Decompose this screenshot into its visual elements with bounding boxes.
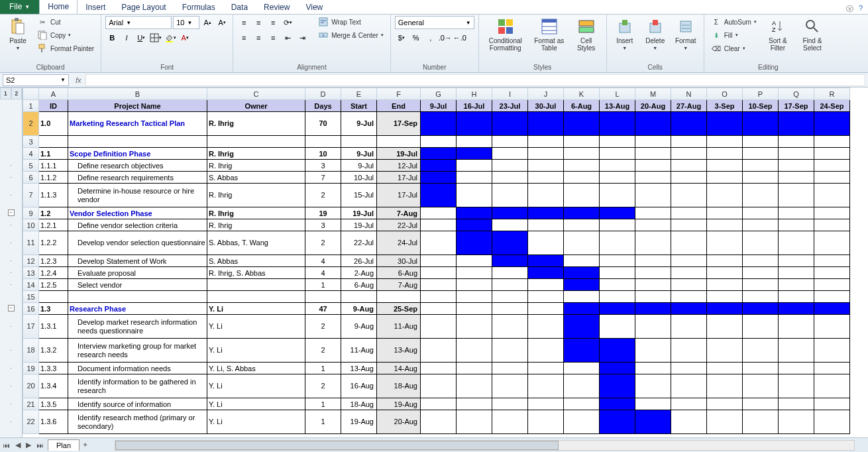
cell-owner[interactable]: R. Ihrig (207, 184, 305, 207)
fill-color-button[interactable]: ▾ (164, 31, 177, 44)
cell-days[interactable]: 3 (305, 219, 341, 231)
gantt-cell[interactable] (707, 172, 743, 184)
table-header-cell[interactable]: Days (305, 100, 341, 112)
new-sheet-button[interactable]: ✦ (82, 441, 88, 449)
cell-start[interactable]: 10-Jul (341, 172, 377, 184)
formula-input[interactable] (85, 74, 865, 86)
grid[interactable]: ABCDEFGHIJKLMNOPQR1IDProject NameOwnerDa… (23, 87, 868, 437)
gantt-cell[interactable] (421, 231, 457, 255)
gantt-cell[interactable] (492, 255, 528, 267)
gantt-cell[interactable] (421, 207, 457, 219)
gantt-cell[interactable] (528, 148, 564, 160)
col-header-C[interactable]: C (207, 88, 305, 100)
gantt-cell[interactable] (564, 219, 600, 231)
row-header-9[interactable]: 9 (23, 207, 39, 219)
gantt-cell[interactable] (600, 315, 635, 339)
horizontal-scrollbar[interactable] (115, 440, 855, 451)
gantt-cell[interactable] (814, 303, 850, 315)
row-header-22[interactable]: 22 (23, 410, 39, 434)
outline-collapse-button[interactable]: − (8, 209, 15, 216)
cell-days[interactable]: 1 (305, 363, 341, 374)
gantt-cell[interactable] (528, 219, 564, 231)
gantt-cell[interactable] (528, 172, 564, 184)
cell-start[interactable]: 19-Jul (341, 219, 377, 231)
cell-end[interactable]: 22-Jul (377, 219, 421, 231)
gantt-cell[interactable] (743, 231, 779, 255)
cell-end[interactable]: 30-Jul (377, 255, 421, 267)
gantt-cell[interactable] (528, 112, 564, 136)
cell-name[interactable]: Develop Statement of Work (68, 255, 207, 267)
gantt-cell[interactable] (671, 303, 707, 315)
merge-center-button[interactable]: aMerge & Center▾ (315, 29, 386, 41)
cell-owner[interactable] (207, 279, 305, 291)
cell-id[interactable]: 1.2.1 (39, 219, 68, 231)
cell[interactable] (707, 136, 743, 148)
clear-button[interactable]: ⌫Clear▾ (708, 42, 759, 54)
table-header-cell[interactable]: ID (39, 100, 68, 112)
cell[interactable] (635, 136, 671, 148)
cell-name[interactable]: Develop vendor selection questionnaire (68, 231, 207, 255)
increase-decimal-button[interactable]: .0→ (439, 31, 452, 44)
gantt-cell[interactable] (600, 148, 635, 160)
gantt-cell[interactable] (671, 148, 707, 160)
gantt-cell[interactable] (671, 267, 707, 279)
row-header-17[interactable]: 17 (23, 315, 39, 339)
row-header-12[interactable]: 12 (23, 255, 39, 267)
gantt-cell[interactable] (635, 279, 671, 291)
cell-id[interactable]: 1.1.3 (39, 184, 68, 207)
cell-name[interactable]: Select vendor (68, 279, 207, 291)
cell-owner[interactable]: R. Ihrig (207, 148, 305, 160)
cell-name[interactable]: Determine in-house resource or hire vend… (68, 184, 207, 207)
col-header-P[interactable]: P (743, 88, 779, 100)
cell-end[interactable]: 17-Sep (377, 112, 421, 136)
col-header-N[interactable]: N (671, 88, 707, 100)
grow-font-button[interactable]: A▴ (201, 16, 214, 29)
gantt-cell[interactable] (492, 339, 528, 363)
gantt-cell[interactable] (492, 184, 528, 207)
gantt-cell[interactable] (743, 255, 779, 267)
cell-days[interactable]: 3 (305, 160, 341, 172)
tab-review[interactable]: Review (256, 1, 298, 14)
gantt-cell[interactable] (564, 339, 600, 363)
cell[interactable] (528, 291, 564, 303)
gantt-cell[interactable] (743, 363, 779, 374)
gantt-cell[interactable] (707, 184, 743, 207)
gantt-cell[interactable] (457, 339, 492, 363)
row-header-16[interactable]: 16 (23, 303, 39, 315)
gantt-cell[interactable] (457, 398, 492, 410)
wrap-text-button[interactable]: Wrap Text (315, 16, 386, 28)
table-header-cell[interactable]: 16-Jul (457, 100, 492, 112)
gantt-cell[interactable] (779, 339, 814, 363)
cell[interactable] (421, 291, 457, 303)
fill-button[interactable]: ⬇Fill▾ (708, 29, 759, 41)
cell-days[interactable]: 2 (305, 184, 341, 207)
cell-days[interactable]: 2 (305, 231, 341, 255)
sheet-tab-plan[interactable]: Plan (48, 439, 80, 451)
cell-owner[interactable]: Y. Li (207, 315, 305, 339)
cell-start[interactable]: 9-Jul (341, 148, 377, 160)
cell-id[interactable]: 1.3.3 (39, 363, 68, 374)
gantt-cell[interactable] (635, 231, 671, 255)
gantt-cell[interactable] (457, 112, 492, 136)
gantt-cell[interactable] (671, 207, 707, 219)
select-all-corner[interactable] (23, 88, 39, 100)
row-header-19[interactable]: 19 (23, 363, 39, 374)
cell-days[interactable]: 10 (305, 148, 341, 160)
sort-filter-button[interactable]: AZSort & Filter (762, 16, 794, 53)
cell-id[interactable]: 1.2.5 (39, 279, 68, 291)
sheet-nav-first[interactable]: ⏮ (0, 441, 13, 449)
cell[interactable] (341, 291, 377, 303)
cell-end[interactable]: 20-Aug (377, 410, 421, 434)
gantt-cell[interactable] (600, 303, 635, 315)
gantt-cell[interactable] (814, 231, 850, 255)
gantt-cell[interactable] (600, 279, 635, 291)
gantt-cell[interactable] (492, 398, 528, 410)
cell-start[interactable]: 9-Jul (341, 112, 377, 136)
gantt-cell[interactable] (528, 160, 564, 172)
table-header-cell[interactable]: 24-Sep (814, 100, 850, 112)
cell-days[interactable]: 1 (305, 398, 341, 410)
gantt-cell[interactable] (814, 374, 850, 398)
cell-owner[interactable]: R. Ihrig, S. Abbas (207, 267, 305, 279)
gantt-cell[interactable] (564, 172, 600, 184)
cell-id[interactable]: 1.1.2 (39, 172, 68, 184)
